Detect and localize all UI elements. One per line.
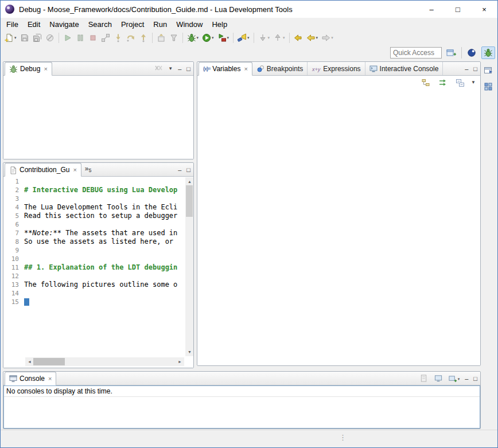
variables-tree-area[interactable] <box>197 89 480 365</box>
tab-close-icon[interactable]: × <box>48 375 52 382</box>
use-step-filters-button[interactable] <box>168 32 180 44</box>
step-into-button[interactable] <box>112 32 124 44</box>
debug-launch-button[interactable]: ▾ <box>185 32 201 44</box>
scroll-down-icon[interactable]: ▼ <box>188 350 192 354</box>
save-button[interactable] <box>18 32 31 44</box>
terminate-button[interactable] <box>87 32 99 44</box>
maximize-view-button[interactable]: □ <box>473 376 477 382</box>
maximize-view-button[interactable]: □ <box>186 66 190 72</box>
view-menu-icon[interactable]: ▼ <box>168 67 173 71</box>
show-logical-structures-button[interactable] <box>437 76 449 89</box>
debug-view-content[interactable] <box>3 76 193 159</box>
tab-close-icon[interactable]: × <box>44 65 47 72</box>
outline-view-button[interactable] <box>482 80 495 93</box>
tab-console[interactable]: Console × <box>5 372 56 385</box>
tab-interactive-console[interactable]: Interactive Console <box>365 62 443 75</box>
tab-close-icon[interactable]: × <box>244 65 247 72</box>
toolbar-separator <box>254 33 254 43</box>
drop-to-frame-button[interactable] <box>155 32 168 44</box>
collapse-all-button[interactable] <box>454 76 466 89</box>
status-grip-icon[interactable]: ⋮ <box>339 433 347 442</box>
maximize-view-button[interactable]: □ <box>186 167 190 173</box>
tab-debug[interactable]: Debug × <box>5 62 52 76</box>
code-text: Read this section to setup a debugger <box>24 212 185 220</box>
window-close-button[interactable]: × <box>471 1 497 18</box>
lua-perspective-button[interactable] <box>465 46 478 59</box>
disconnect-button[interactable] <box>99 32 112 44</box>
window-minimize-button[interactable]: – <box>418 1 445 18</box>
tab-expressions-label: Expressions <box>323 65 360 73</box>
window-maximize-button[interactable]: □ <box>445 1 471 18</box>
menu-item-edit[interactable]: Edit <box>23 19 45 30</box>
open-console-button[interactable]: ▾ <box>448 375 460 383</box>
run-launch-button[interactable]: ▾ <box>200 32 216 44</box>
horizontal-scroll-thumb[interactable] <box>33 358 65 365</box>
show-type-names-button[interactable] <box>419 76 432 89</box>
debug-view-tabbar: Debug × ▼ – □ <box>3 62 193 76</box>
quick-access-input[interactable] <box>390 47 442 59</box>
maximize-view-button[interactable]: □ <box>473 66 477 72</box>
next-annotation-button[interactable]: ▾ <box>256 32 272 44</box>
line-number: 10 <box>3 255 24 263</box>
minimize-view-button[interactable]: – <box>465 376 468 382</box>
editor-text-area[interactable]: 1 2# Interactive DEBUG using Lua Develop… <box>3 177 185 358</box>
view-menu-icon[interactable]: ▼ <box>471 80 476 85</box>
console-content[interactable]: No consoles to display at this time. <box>3 385 480 428</box>
last-edit-location-button[interactable] <box>292 32 305 44</box>
dropdown-caret-icon: ▾ <box>227 36 229 40</box>
menu-item-help[interactable]: Help <box>207 19 232 30</box>
resume-button[interactable] <box>61 32 74 44</box>
text-cursor-selection <box>24 298 29 306</box>
save-all-button[interactable] <box>31 32 44 44</box>
restore-view-button[interactable] <box>482 64 495 76</box>
skip-all-breakpoints-button[interactable] <box>44 32 56 44</box>
back-button[interactable]: ▾ <box>305 32 320 44</box>
tab-contribution-guide[interactable]: Contribution_Gu × <box>5 163 81 177</box>
menu-item-navigate[interactable]: Navigate <box>45 19 83 30</box>
menu-item-project[interactable]: Project <box>116 19 149 30</box>
step-return-button[interactable] <box>137 32 150 44</box>
forward-button[interactable]: ▾ <box>320 32 335 44</box>
tab-editor-label: Contribution_Gu <box>20 166 69 174</box>
vertical-scroll-thumb[interactable] <box>186 185 193 217</box>
step-over-button[interactable] <box>124 32 137 44</box>
remove-terminated-button[interactable] <box>154 65 163 73</box>
minimize-view-button[interactable]: – <box>465 66 468 72</box>
editor-vertical-scrollbar[interactable]: ▲ ▼ <box>185 177 193 356</box>
toolbar-separator <box>233 33 234 43</box>
menu-item-file[interactable]: File <box>2 19 23 30</box>
minimize-view-button[interactable]: – <box>178 167 181 173</box>
editor-horizontal-scrollbar[interactable]: ◄ ► <box>25 357 184 366</box>
chevron-icon: » <box>85 165 89 173</box>
tab-expressions[interactable]: x+y Expressions <box>308 62 365 75</box>
editor-tab-overflow[interactable]: »5 <box>81 163 95 176</box>
menu-item-window[interactable]: Window <box>172 19 207 30</box>
search-button[interactable]: ▾ <box>236 32 251 44</box>
line-number: 12 <box>3 272 24 281</box>
drop-to-frame-icon <box>157 33 166 42</box>
tab-variables[interactable]: (x)= Variables × <box>199 62 252 76</box>
expressions-icon: x+y <box>312 65 321 73</box>
new-wizard-button[interactable]: ▾ <box>3 32 18 44</box>
scroll-up-icon[interactable]: ▲ <box>188 180 192 184</box>
scroll-right-icon[interactable]: ► <box>178 360 182 364</box>
file-icon <box>9 166 17 174</box>
debug-perspective-button[interactable] <box>481 46 495 59</box>
tab-breakpoints[interactable]: Breakpoints <box>252 62 308 75</box>
external-tools-button[interactable]: ▾ <box>216 32 231 44</box>
open-perspective-button[interactable] <box>445 46 458 59</box>
code-text <box>24 220 185 229</box>
display-selected-console-button[interactable] <box>434 374 443 384</box>
variables-view: (x)= Variables × Breakpoints x+y Express… <box>197 61 481 366</box>
previous-annotation-button[interactable]: ▾ <box>271 32 287 44</box>
minimize-view-button[interactable]: – <box>178 66 181 72</box>
scroll-left-icon[interactable]: ◄ <box>28 360 32 364</box>
suspend-button[interactable] <box>74 32 87 44</box>
open-console-page-button[interactable] <box>419 374 429 384</box>
suspend-icon <box>76 33 85 42</box>
forward-arrow-icon <box>321 33 330 42</box>
menu-item-search[interactable]: Search <box>84 19 116 30</box>
code-text: The Lua Development Tools in the Ecli <box>24 203 185 212</box>
tab-close-icon[interactable]: × <box>73 166 76 173</box>
menu-item-run[interactable]: Run <box>149 19 172 30</box>
